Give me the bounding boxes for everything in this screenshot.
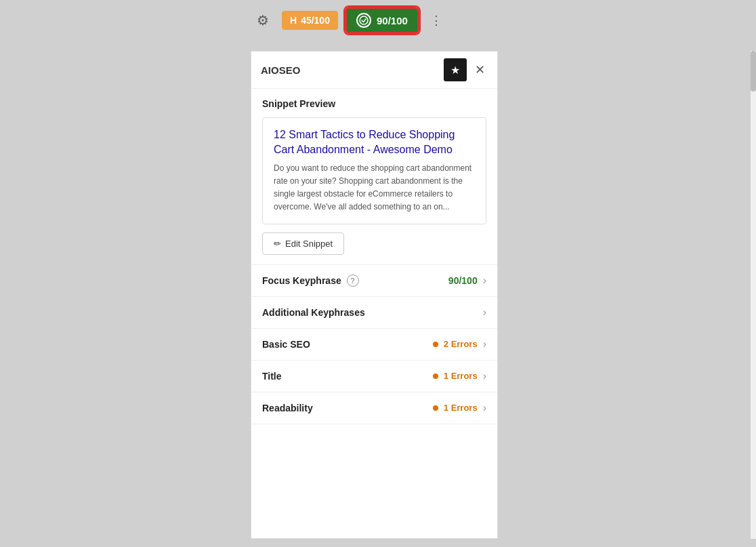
panel-header-actions: ★ ✕ — [444, 58, 488, 81]
basic-seo-right: 2 Errors › — [433, 338, 486, 350]
snippet-title: 12 Smart Tactics to Reduce Shopping Cart… — [274, 127, 475, 158]
aioseo-panel: AIOSEO ★ ✕ Snippet Preview 12 Smart Tact… — [251, 51, 498, 539]
chevron-right-icon-4: › — [483, 370, 486, 382]
snippet-preview-box: 12 Smart Tactics to Reduce Shopping Cart… — [262, 117, 486, 224]
error-dot-icon-2 — [433, 373, 438, 379]
panel-body: Snippet Preview 12 Smart Tactics to Redu… — [251, 89, 497, 538]
close-icon: ✕ — [475, 63, 485, 77]
help-icon: ? — [347, 275, 359, 287]
pencil-icon: ✏ — [274, 239, 281, 249]
seo-score-button[interactable]: 90/100 — [345, 7, 419, 34]
panel-title: AIOSEO — [261, 64, 300, 76]
seo-score-circle-icon — [356, 13, 371, 28]
seo-score-value: 90/100 — [377, 15, 408, 26]
title-errors: 1 Errors — [444, 371, 478, 381]
title-row[interactable]: Title 1 Errors › — [251, 361, 497, 392]
focus-keyphrase-score: 90/100 — [448, 275, 478, 286]
svg-point-0 — [360, 16, 368, 24]
focus-keyphrase-right: 90/100 › — [448, 275, 486, 287]
chevron-right-icon-5: › — [483, 402, 486, 414]
top-bar: ⚙ H 45/100 90/100 ⋮ — [251, 7, 446, 34]
scrollbar-thumb[interactable] — [751, 51, 756, 92]
snippet-description: Do you want to reduce the shopping cart … — [274, 162, 475, 214]
star-icon: ★ — [450, 64, 460, 77]
title-left: Title — [262, 371, 282, 382]
readability-right: 1 Errors › — [433, 402, 486, 414]
basic-seo-row[interactable]: Basic SEO 2 Errors › — [251, 329, 497, 361]
error-dot-icon-3 — [433, 405, 438, 411]
chevron-right-icon-3: › — [483, 338, 486, 350]
additional-keyphrases-right: › — [483, 306, 486, 319]
basic-seo-label: Basic SEO — [262, 339, 310, 350]
readability-left: Readability — [262, 403, 313, 413]
additional-keyphrases-label: Additional Keyphrases — [262, 307, 365, 318]
h-score-button[interactable]: H 45/100 — [282, 11, 338, 30]
close-button[interactable]: ✕ — [472, 60, 488, 80]
readability-row[interactable]: Readability 1 Errors › — [251, 392, 497, 424]
gear-button[interactable]: ⚙ — [251, 8, 275, 33]
snippet-preview-section: Snippet Preview 12 Smart Tactics to Redu… — [251, 89, 497, 265]
error-dot-icon — [433, 342, 438, 347]
chevron-right-icon: › — [483, 275, 486, 287]
additional-keyphrases-row[interactable]: Additional Keyphrases › — [251, 297, 497, 329]
edit-snippet-label: Edit Snippet — [285, 239, 333, 249]
readability-errors: 1 Errors — [444, 403, 478, 413]
snippet-preview-title: Snippet Preview — [262, 98, 486, 109]
title-label: Title — [262, 371, 282, 382]
edit-snippet-button[interactable]: ✏ Edit Snippet — [262, 232, 344, 255]
focus-keyphrase-row[interactable]: Focus Keyphrase ? 90/100 › — [251, 265, 497, 297]
gear-icon: ⚙ — [257, 12, 269, 28]
additional-keyphrases-left: Additional Keyphrases — [262, 307, 365, 318]
h-score-value: 45/100 — [301, 15, 330, 26]
scrollbar[interactable] — [751, 51, 756, 539]
star-button[interactable]: ★ — [444, 58, 467, 81]
h-icon: H — [290, 15, 297, 26]
readability-label: Readability — [262, 403, 313, 413]
chevron-right-icon-2: › — [483, 306, 486, 319]
basic-seo-left: Basic SEO — [262, 339, 310, 350]
focus-keyphrase-label: Focus Keyphrase — [262, 275, 341, 286]
title-right: 1 Errors › — [433, 370, 486, 382]
more-options-button[interactable]: ⋮ — [426, 10, 446, 31]
basic-seo-errors: 2 Errors — [444, 339, 478, 349]
panel-header: AIOSEO ★ ✕ — [251, 52, 497, 89]
focus-keyphrase-left: Focus Keyphrase ? — [262, 275, 359, 287]
dots-icon: ⋮ — [430, 14, 442, 27]
